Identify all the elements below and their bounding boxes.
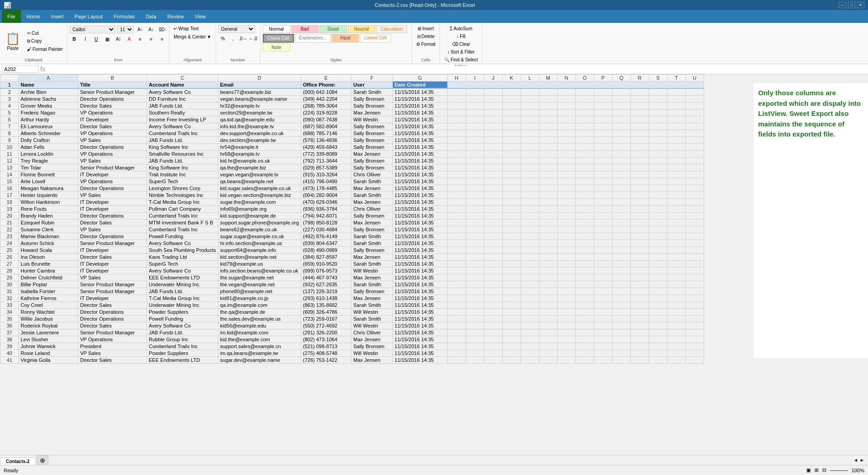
cell-empty[interactable] <box>447 96 466 103</box>
cell-7-5[interactable]: Sally Bronsen <box>351 123 392 130</box>
cell-16-0[interactable]: Meagan Nakamura <box>19 185 78 192</box>
cell-21-2[interactable]: MTM Investment Bank F S B <box>147 219 218 226</box>
cell-empty[interactable] <box>557 151 575 158</box>
cell-12-1[interactable]: VP Sales <box>78 158 147 164</box>
cell-empty[interactable] <box>521 158 539 164</box>
cell-empty[interactable] <box>575 130 594 137</box>
cell-empty[interactable] <box>575 185 594 192</box>
cell-empty[interactable] <box>484 357 502 364</box>
cell-empty[interactable] <box>557 219 575 226</box>
cell-empty[interactable] <box>667 103 685 109</box>
cell-40-1[interactable]: VP Sales <box>78 350 147 357</box>
cell-empty[interactable] <box>557 316 575 322</box>
cell-empty[interactable] <box>630 281 649 288</box>
cell-13-2[interactable]: King Software Inc <box>147 164 218 171</box>
cell-37-3[interactable]: im.kid@example.com <box>218 329 301 336</box>
cell-33-0[interactable]: Coy Creel <box>19 302 78 309</box>
cell-empty[interactable] <box>685 343 704 350</box>
cell-empty[interactable] <box>539 116 557 123</box>
cell-empty[interactable] <box>575 288 594 295</box>
cell-empty[interactable] <box>557 88 575 96</box>
cell-empty[interactable] <box>502 336 521 343</box>
cell-35-3[interactable]: the.sales.dev@example.us <box>218 316 301 322</box>
cell-empty[interactable] <box>557 309 575 316</box>
cell-empty[interactable] <box>630 274 649 281</box>
cell-24-3[interactable]: hr.info.section@example.us <box>218 240 301 247</box>
cell-40-0[interactable]: Roxie Leland <box>19 350 78 357</box>
cell-27-4[interactable]: (659) 910-9520 <box>301 261 351 268</box>
cell-empty[interactable] <box>484 144 502 151</box>
cell-empty[interactable] <box>575 343 594 350</box>
cell-empty[interactable] <box>521 240 539 247</box>
cell-empty[interactable] <box>502 103 521 109</box>
cell-8-3[interactable]: dev.support@example.co.uk <box>218 130 301 137</box>
cell-empty[interactable] <box>466 151 484 158</box>
cell-empty[interactable] <box>539 158 557 164</box>
cell-empty[interactable] <box>667 254 685 261</box>
cell-15-2[interactable]: SuperG Tech <box>147 178 218 185</box>
col-header-K[interactable]: K <box>502 75 521 82</box>
cell-empty[interactable] <box>667 336 685 343</box>
cell-empty[interactable] <box>594 295 612 302</box>
cell-empty[interactable] <box>649 185 667 192</box>
cell-empty[interactable] <box>521 178 539 185</box>
cell-empty[interactable] <box>630 123 649 130</box>
cell-empty[interactable] <box>667 144 685 151</box>
cell-empty[interactable] <box>484 240 502 247</box>
col-header-I[interactable]: I <box>466 75 484 82</box>
cell-empty[interactable] <box>539 288 557 295</box>
cell-8-0[interactable]: Alberto Schneider <box>19 130 78 137</box>
cell-12-6[interactable]: 11/15/2016 14:35 <box>392 158 447 164</box>
cell-empty[interactable] <box>502 322 521 329</box>
number-format-select[interactable]: General <box>218 25 255 33</box>
cell-empty[interactable] <box>612 357 630 364</box>
cell-5-2[interactable]: Southern Realty <box>147 109 218 116</box>
cell-32-1[interactable]: IT Developer <box>78 295 147 302</box>
cell-empty[interactable] <box>575 226 594 233</box>
cell-32-0[interactable]: Kathrine Fierros <box>19 295 78 302</box>
cell-empty[interactable] <box>685 116 704 123</box>
cell-28-1[interactable]: IT Developer <box>78 268 147 274</box>
cell-empty[interactable] <box>594 233 612 240</box>
cell-empty[interactable] <box>502 185 521 192</box>
cell-27-6[interactable]: 11/15/2016 14:35 <box>392 261 447 268</box>
cell-empty[interactable] <box>612 302 630 309</box>
cell-18-2[interactable]: T-Cat Media Group Inc <box>147 199 218 206</box>
cell-empty[interactable] <box>539 316 557 322</box>
cell-31-1[interactable]: Senior Product Manager <box>78 288 147 295</box>
cell-empty[interactable] <box>484 261 502 268</box>
cell-2-0[interactable]: Archie Bien <box>19 88 78 96</box>
cell-31-3[interactable]: phone80@example.net <box>218 288 301 295</box>
cell-13-0[interactable]: Tim Tolar <box>19 164 78 171</box>
cell-empty[interactable] <box>557 137 575 144</box>
cell-empty[interactable] <box>630 357 649 364</box>
cell-empty[interactable] <box>466 158 484 164</box>
cell-empty[interactable] <box>649 109 667 116</box>
format-painter-button[interactable]: 🖌 Format Painter <box>25 46 65 53</box>
cell-empty[interactable] <box>685 130 704 137</box>
cell-empty[interactable] <box>466 233 484 240</box>
cell-empty[interactable] <box>575 178 594 185</box>
cell-empty[interactable] <box>557 281 575 288</box>
cell-16-1[interactable]: Director Operations <box>78 185 147 192</box>
cell-35-4[interactable]: (723) 259-0167 <box>301 316 351 322</box>
cell-empty[interactable] <box>521 302 539 309</box>
cell-empty[interactable] <box>447 309 466 316</box>
underline-button[interactable]: U <box>92 35 101 43</box>
cell-empty[interactable] <box>575 261 594 268</box>
col-header-O[interactable]: O <box>575 75 594 82</box>
cell-empty[interactable] <box>594 261 612 268</box>
cell-empty[interactable] <box>612 240 630 247</box>
cell-empty[interactable] <box>502 199 521 206</box>
decrease-font-button[interactable]: A↓ <box>146 25 156 33</box>
cell-empty[interactable] <box>502 144 521 151</box>
cell-39-0[interactable]: Johnie Warwick <box>19 343 78 350</box>
col-header-E[interactable]: E <box>301 75 351 82</box>
cell-28-2[interactable]: Avery Software Co <box>147 268 218 274</box>
cell-14-6[interactable]: 11/15/2016 14:35 <box>392 171 447 178</box>
cell-empty[interactable] <box>557 192 575 199</box>
cell-empty[interactable] <box>466 329 484 336</box>
cell-empty[interactable] <box>612 144 630 151</box>
cell-empty[interactable] <box>557 226 575 233</box>
cell-empty[interactable] <box>447 261 466 268</box>
